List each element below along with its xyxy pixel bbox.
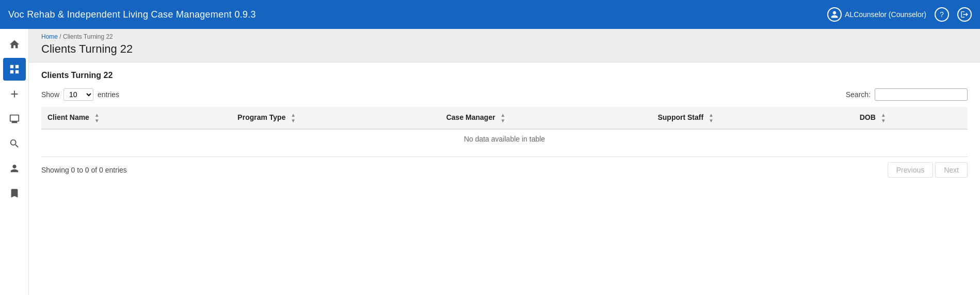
top-bar: Voc Rehab & Independent Living Case Mana…: [0, 0, 980, 29]
search-box: Search:: [846, 88, 968, 101]
col-client-name[interactable]: Client Name ▲▼: [41, 107, 231, 129]
svg-rect-2: [10, 70, 13, 73]
main-layout: Home / Clients Turning 22 Clients Turnin…: [0, 29, 980, 295]
breadcrumb-home[interactable]: Home: [41, 33, 58, 40]
case-manager-sort-icon[interactable]: ▲▼: [501, 112, 506, 123]
section-title: Clients Turning 22: [41, 71, 968, 80]
user-info[interactable]: ALCounselor (Counselor): [827, 7, 926, 22]
previous-button[interactable]: Previous: [888, 162, 933, 178]
svg-rect-1: [15, 65, 18, 68]
sidebar-item-person[interactable]: [3, 157, 26, 180]
table-header-row: Client Name ▲▼ Program Type ▲▼: [41, 107, 968, 129]
show-label: Show: [41, 90, 59, 99]
svg-rect-3: [15, 70, 18, 73]
search-label: Search:: [846, 90, 871, 99]
client-name-sort-icon[interactable]: ▲▼: [94, 112, 100, 123]
empty-row: No data available in table: [41, 129, 968, 148]
data-table: Client Name ▲▼ Program Type ▲▼: [41, 107, 968, 148]
next-button[interactable]: Next: [935, 162, 968, 178]
col-dob[interactable]: DOB ▲▼: [854, 107, 968, 129]
svg-rect-0: [10, 65, 13, 68]
page-title: Clients Turning 22: [41, 42, 968, 56]
table-footer: Showing 0 to 0 of 0 entries Previous Nex…: [41, 157, 968, 178]
entries-select[interactable]: 10 25 50 100: [63, 88, 93, 101]
logout-button[interactable]: [957, 7, 972, 22]
support-staff-sort-icon[interactable]: ▲▼: [709, 112, 714, 123]
entries-label: entries: [98, 90, 119, 99]
app-title: Voc Rehab & Independent Living Case Mana…: [8, 9, 256, 20]
top-bar-right: ALCounselor (Counselor) ?: [827, 7, 972, 22]
col-support-staff[interactable]: Support Staff ▲▼: [651, 107, 853, 129]
search-input[interactable]: [875, 88, 968, 101]
col-program-type[interactable]: Program Type ▲▼: [231, 107, 440, 129]
sidebar-item-bookmark[interactable]: [3, 182, 26, 205]
empty-message: No data available in table: [41, 129, 968, 148]
show-entries: Show 10 25 50 100 entries: [41, 88, 119, 101]
help-button[interactable]: ?: [935, 7, 949, 22]
table-body: No data available in table: [41, 129, 968, 148]
dob-sort-icon[interactable]: ▲▼: [881, 112, 886, 123]
breadcrumb: Home / Clients Turning 22: [41, 33, 968, 40]
table-controls: Show 10 25 50 100 entries Search:: [41, 88, 968, 101]
main-content: Clients Turning 22 Show 10 25 50 100 ent…: [29, 63, 980, 295]
content-area: Home / Clients Turning 22 Clients Turnin…: [29, 29, 980, 295]
breadcrumb-current: Clients Turning 22: [63, 33, 113, 40]
program-type-sort-icon[interactable]: ▲▼: [291, 112, 296, 123]
sidebar-item-list[interactable]: [3, 58, 26, 81]
pagination-info: Showing 0 to 0 of 0 entries: [41, 166, 127, 174]
col-case-manager[interactable]: Case Manager ▲▼: [440, 107, 652, 129]
sidebar: [0, 29, 29, 295]
sidebar-item-search[interactable]: [3, 132, 26, 155]
user-icon: [827, 7, 842, 22]
sidebar-item-home[interactable]: [3, 33, 26, 56]
pagination-buttons: Previous Next: [888, 162, 968, 178]
sidebar-item-monitor[interactable]: [3, 107, 26, 130]
page-header: Home / Clients Turning 22 Clients Turnin…: [29, 29, 980, 63]
user-label: ALCounselor (Counselor): [845, 10, 926, 19]
sidebar-item-add[interactable]: [3, 83, 26, 105]
table-header: Client Name ▲▼ Program Type ▲▼: [41, 107, 968, 129]
